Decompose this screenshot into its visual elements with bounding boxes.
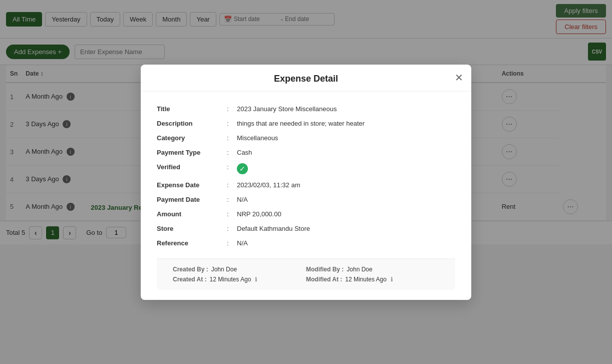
label-expense-date: Expense Date [157,181,227,189]
value-title: 2023 January Store Miscellaneous [237,105,455,113]
detail-row-store: Store : Default Kathmandu Store [157,221,455,236]
value-expense-date: 2023/02/03, 11:32 am [237,181,455,189]
expense-detail-modal: Expense Detail ✕ Title : 2023 January St… [141,65,471,244]
detail-row-description: Description : things that are needed in … [157,116,455,131]
modal-title: Expense Detail [274,74,338,84]
value-store: Default Kathmandu Store [237,225,455,232]
label-reference: Reference [157,239,227,244]
value-payment-type: Cash [237,149,455,156]
value-verified: ✓ [237,163,455,174]
label-category: Category [157,134,227,142]
modal-body: Title : 2023 January Store Miscellaneous… [141,92,471,244]
modal-overlay: Expense Detail ✕ Title : 2023 January St… [0,0,612,244]
detail-row-payment-date: Payment Date : N/A [157,192,455,207]
value-category: Miscellaneous [237,134,455,142]
label-title: Title [157,105,227,113]
value-amount: NRP 20,000.00 [237,210,455,218]
detail-row-title: Title : 2023 January Store Miscellaneous [157,102,455,116]
verified-icon: ✓ [237,163,248,174]
label-payment-type: Payment Type [157,149,227,156]
modal-close-button[interactable]: ✕ [455,72,463,84]
detail-row-payment-type: Payment Type : Cash [157,145,455,160]
label-description: Description [157,120,227,127]
value-payment-date: N/A [237,196,455,203]
label-verified: Verified [157,163,227,171]
label-store: Store [157,225,227,232]
detail-row-expense-date: Expense Date : 2023/02/03, 11:32 am [157,178,455,192]
detail-row-reference: Reference : N/A [157,236,455,244]
value-reference: N/A [237,239,455,244]
value-description: things that are needed in store; water h… [237,120,455,127]
modal-header: Expense Detail ✕ [141,65,471,92]
detail-row-category: Category : Miscellaneous [157,131,455,145]
detail-row-amount: Amount : NRP 20,000.00 [157,207,455,221]
label-amount: Amount [157,210,227,218]
detail-row-verified: Verified : ✓ [157,160,455,178]
label-payment-date: Payment Date [157,196,227,203]
